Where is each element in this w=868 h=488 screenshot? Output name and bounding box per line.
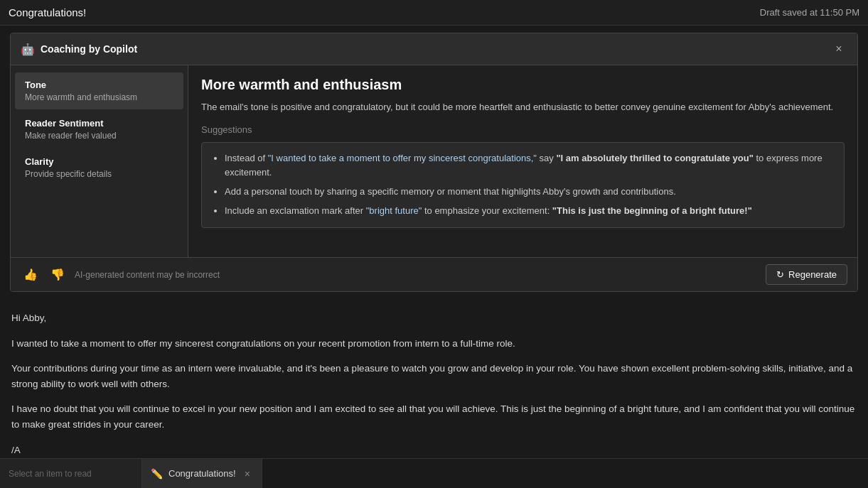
suggestion-quote-3b: "This is just the beginning of a bright … (552, 205, 752, 216)
coaching-panel-title: Coaching by Copilot (41, 43, 137, 55)
taskbar: Select an item to read ✏️ Congratulation… (0, 458, 868, 488)
email-signature: /A (11, 443, 857, 458)
coaching-content: More warmth and enthusiasm The email's t… (188, 65, 857, 257)
regenerate-label: Regenerate (788, 269, 837, 280)
sidebar-item-tone[interactable]: Tone More warmth and enthusiasm (15, 72, 183, 109)
taskbar-tab-congratulations[interactable]: ✏️ Congratulations! × (142, 459, 262, 488)
coaching-sidebar: Tone More warmth and enthusiasm Reader S… (11, 65, 188, 257)
email-paragraph-2: Your contributions during your time as a… (11, 361, 857, 391)
sidebar-item-reader-sentiment[interactable]: Reader Sentiment Make reader feel valued (15, 111, 183, 148)
taskbar-tab-icon: ✏️ (151, 468, 163, 479)
suggestion-quote-3a: "bright future" (366, 205, 422, 216)
suggestions-label: Suggestions (201, 124, 845, 135)
taskbar-empty-label: Select an item to read (9, 469, 92, 479)
close-coaching-button[interactable]: × (830, 40, 847, 58)
email-greeting: Hi Abby, (11, 310, 857, 326)
coaching-footer: 👍 👎 AI-generated content may be incorrec… (11, 257, 857, 291)
regenerate-button[interactable]: ↻ Regenerate (766, 264, 847, 285)
email-paragraph-3: I have no doubt that you will continue t… (11, 401, 857, 432)
regenerate-icon: ↻ (776, 269, 784, 280)
document-title: Congratulations! (9, 6, 86, 18)
draft-status: Draft saved at 11:50 PM (760, 7, 859, 18)
suggestion-item-2: Add a personal touch by sharing a specif… (225, 185, 832, 200)
suggestion-item-1: Instead of "I wanted to take a moment to… (225, 151, 832, 181)
ai-notice: AI-generated content may be incorrect (75, 270, 220, 280)
sidebar-item-reader-title: Reader Sentiment (25, 118, 173, 129)
suggestions-list: Instead of "I wanted to take a moment to… (213, 151, 832, 219)
suggestion-quote-1a: "I wanted to take a moment to offer my s… (268, 153, 537, 163)
taskbar-tab-close-button[interactable]: × (242, 467, 253, 481)
coaching-header: 🤖 Coaching by Copilot × (11, 33, 857, 65)
coaching-header-left: 🤖 Coaching by Copilot (21, 42, 137, 56)
copilot-icon: 🤖 (21, 42, 35, 56)
sidebar-item-clarity[interactable]: Clarity Provide specific details (15, 149, 183, 186)
thumbs-up-button[interactable]: 👍 (21, 265, 41, 284)
email-paragraph-1: I wanted to take a moment to offer my si… (11, 336, 857, 352)
coaching-body: Tone More warmth and enthusiasm Reader S… (11, 65, 857, 257)
taskbar-empty-area: Select an item to read (0, 459, 142, 488)
suggestion-item-3: Include an exclamation mark after "brigh… (225, 204, 832, 219)
suggestion-quote-1b: "I am absolutely thrilled to congratulat… (556, 153, 753, 163)
content-description: The email's tone is positive and congrat… (201, 100, 845, 114)
email-body: Hi Abby, I wanted to take a moment to of… (0, 299, 868, 479)
sidebar-item-tone-title: Tone (25, 80, 173, 90)
taskbar-tab-label: Congratulations! (168, 468, 236, 479)
footer-left: 👍 👎 AI-generated content may be incorrec… (21, 265, 220, 284)
thumbs-down-button[interactable]: 👎 (48, 265, 68, 284)
top-bar: Congratulations! Draft saved at 11:50 PM (0, 0, 868, 26)
suggestions-box: Instead of "I wanted to take a moment to… (201, 142, 845, 228)
coaching-panel: 🤖 Coaching by Copilot × Tone More warmth… (10, 33, 858, 292)
sidebar-item-clarity-subtitle: Provide specific details (25, 169, 173, 179)
sidebar-item-reader-subtitle: Make reader feel valued (25, 131, 173, 141)
sidebar-item-clarity-title: Clarity (25, 156, 173, 167)
sidebar-item-tone-subtitle: More warmth and enthusiasm (25, 92, 173, 102)
content-heading: More warmth and enthusiasm (201, 77, 845, 93)
